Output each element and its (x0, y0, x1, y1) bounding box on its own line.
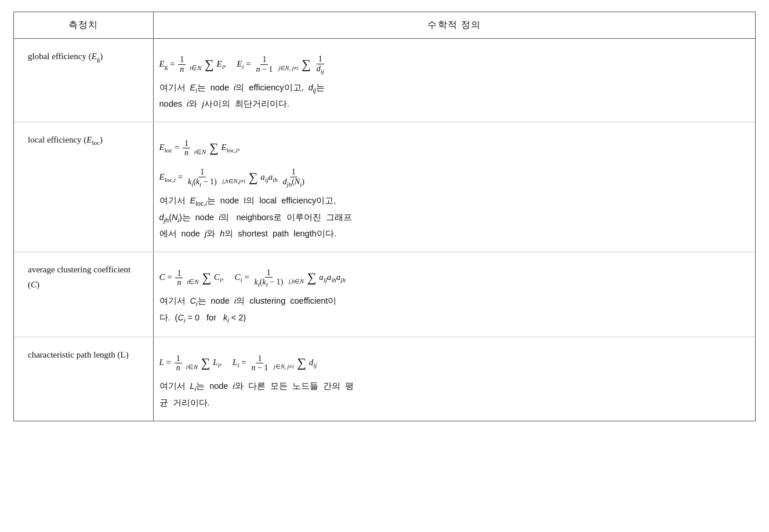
def-local-efficiency: Eloc = 1 n i∈N ∑ Eloc,i, (153, 122, 755, 252)
row-local-efficiency: local efficiency (Eloc) Eloc = 1 n i∈N (14, 122, 755, 252)
main-table: 측정치 수학적 정의 global efficiency (Eg) Eg = 1… (13, 12, 756, 421)
header-metric: 측정치 (14, 12, 153, 39)
row-global-efficiency: global efficiency (Eg) Eg = 1 n i∈N (14, 39, 755, 122)
label-global-efficiency: global efficiency (Eg) (14, 39, 153, 122)
row-clustering-coefficient: average clustering coefficient(C) C = 1 … (14, 252, 755, 337)
header-definition: 수학적 정의 (153, 12, 755, 39)
label-path-length: characteristic path length (L) (14, 337, 153, 421)
label-local-efficiency: local efficiency (Eloc) (14, 122, 153, 252)
label-clustering-coefficient: average clustering coefficient(C) (14, 252, 153, 337)
def-clustering-coefficient: C = 1 n i∈N ∑ Ci, (153, 252, 755, 337)
def-path-length: L = 1 n i∈N ∑ Li, (153, 337, 755, 421)
row-path-length: characteristic path length (L) L = 1 n i… (14, 337, 755, 421)
def-global-efficiency: Eg = 1 n i∈N ∑ Ei, (153, 39, 755, 122)
